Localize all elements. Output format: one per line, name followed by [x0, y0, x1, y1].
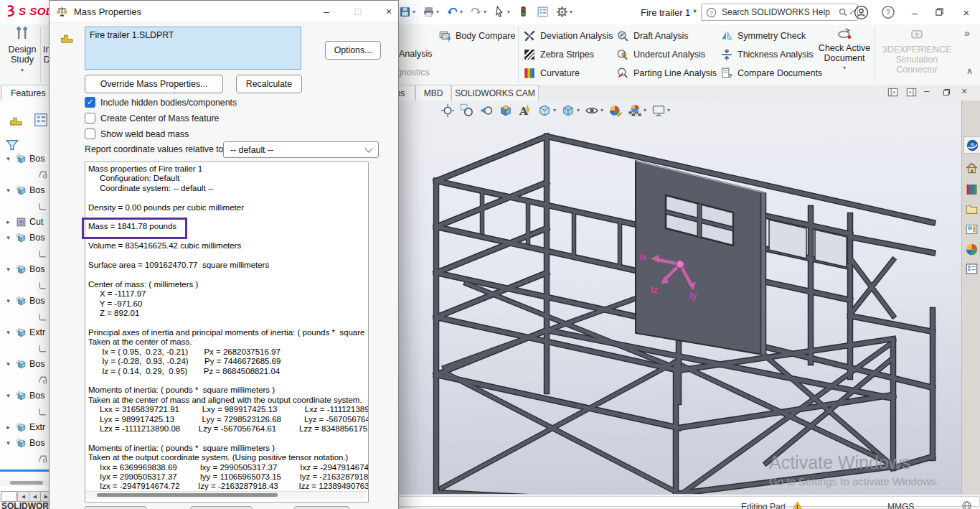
ribbon-overflow-button[interactable]: »: [964, 27, 970, 39]
doc-minimize-button[interactable]: –: [924, 85, 929, 96]
zoom-fit-button[interactable]: [440, 103, 455, 118]
previous-view-button[interactable]: [479, 103, 494, 118]
ribbon-button-undercut-analysis[interactable]: Undercut Analysis: [614, 47, 707, 62]
options-button[interactable]: Options...: [325, 41, 381, 60]
rebuild-icon[interactable]: [517, 6, 529, 18]
zoom-area-button[interactable]: [460, 103, 474, 118]
pane-right-icon[interactable]: [906, 87, 917, 98]
ribbon-button-curvature[interactable]: Curvature: [521, 65, 582, 81]
view-orientation-icon[interactable]: [537, 103, 552, 118]
mass-properties-report[interactable]: Mass properties of Fire trailer 1 Config…: [85, 162, 369, 503]
tree-expand-arrow[interactable]: ▸: [4, 218, 13, 225]
tree-expand-arrow[interactable]: ▾: [4, 187, 13, 194]
zoom-fit-icon[interactable]: [440, 103, 455, 118]
window-minimize-button[interactable]: –: [904, 4, 925, 20]
options-gear-button[interactable]: ▾: [556, 6, 573, 18]
tree-expand-arrow[interactable]: ▸: [4, 424, 13, 431]
section-view-button[interactable]: [499, 103, 513, 118]
redo-caret[interactable]: ▾: [484, 9, 486, 15]
recalculate-button[interactable]: Recalculate: [236, 75, 302, 93]
ribbon-button-compare-documents[interactable]: ?Compare Documents: [718, 65, 824, 81]
section-view-icon[interactable]: [499, 103, 513, 118]
apply-scene-icon[interactable]: [628, 103, 642, 118]
save-button[interactable]: ▾: [399, 6, 415, 18]
display-style-caret[interactable]: ▾: [577, 108, 580, 113]
partial-geometry-analysis-label[interactable]: Analysis: [399, 49, 433, 59]
dialog-titlebar[interactable]: Mass Properties: [50, 1, 398, 23]
dialog-close-button[interactable]: ×: [380, 2, 398, 21]
zoom-area-icon[interactable]: [460, 103, 474, 118]
checkbox-unchecked-icon[interactable]: [85, 113, 95, 123]
doc-restore-button[interactable]: [942, 88, 951, 97]
file-properties-button[interactable]: [537, 6, 549, 18]
tree-scroll-box[interactable]: [1, 491, 17, 502]
tree-expand-arrow[interactable]: ▾: [4, 329, 13, 336]
apply-scene-caret[interactable]: ▾: [644, 108, 646, 113]
rebuild-button[interactable]: [517, 6, 529, 18]
ribbon-button-draft-analysis[interactable]: Draft Analysis: [614, 28, 690, 44]
undo-button[interactable]: ▾: [446, 6, 463, 18]
status-units[interactable]: MMGS: [887, 502, 914, 509]
select-cursor-caret[interactable]: ▾: [507, 9, 510, 15]
tree-expand-arrow[interactable]: ▾: [4, 155, 13, 162]
tree-expand-arrow[interactable]: ▾: [4, 234, 13, 241]
pane-left-icon[interactable]: [887, 87, 898, 98]
save-icon[interactable]: [399, 6, 411, 18]
hide-show-button[interactable]: ▾: [585, 103, 603, 118]
hide-show-icon[interactable]: [585, 103, 599, 118]
dialog-bottom-button[interactable]: [293, 506, 350, 509]
options-gear-icon[interactable]: [556, 6, 568, 18]
ribbon-button-parting-line-analysis[interactable]: Parting Line Analysis: [614, 65, 719, 81]
dialog-minimize-button[interactable]: –: [317, 2, 336, 21]
print-caret[interactable]: ▾: [436, 9, 439, 15]
annotations-button[interactable]: A: [518, 103, 532, 118]
search-icon[interactable]: [838, 7, 848, 17]
edit-appearance-button[interactable]: [608, 103, 623, 118]
tab-solidworks-cam[interactable]: SOLIDWORKS CAM: [451, 85, 539, 101]
tree-expand-arrow[interactable]: ▾: [4, 439, 13, 447]
dialog-bottom-button[interactable]: [84, 506, 147, 509]
appearances-tab[interactable]: [963, 241, 979, 257]
view-palette-tab[interactable]: [963, 221, 979, 237]
propertymanager-tab-icon[interactable]: [33, 112, 49, 128]
edit-appearance-icon[interactable]: [608, 103, 623, 118]
display-style-icon[interactable]: [561, 103, 575, 118]
annotations-icon[interactable]: A: [518, 103, 532, 118]
coordinate-system-dropdown[interactable]: -- default --: [223, 141, 379, 158]
scroll-first-button[interactable]: ◀: [17, 491, 29, 502]
tree-filter-icon[interactable]: [5, 138, 19, 152]
select-cursor-button[interactable]: ▾: [494, 6, 510, 18]
model-canvas[interactable]: Ix Iz Iy: [398, 123, 965, 494]
options-gear-caret[interactable]: ▾: [570, 9, 573, 15]
check-active-caret[interactable]: ▾: [815, 65, 874, 71]
previous-view-icon[interactable]: [479, 103, 494, 118]
ribbon-button-symmetry-check[interactable]: Symmetry Check: [718, 28, 808, 44]
view-orientation-button[interactable]: ▾: [537, 103, 556, 118]
tree-expand-arrow[interactable]: ▾: [4, 297, 13, 304]
ribbon-button-thickness-analysis[interactable]: Thickness Analysis: [718, 47, 816, 62]
help-search-box[interactable]: ?: [701, 4, 858, 21]
doc-close-button[interactable]: ×: [961, 85, 967, 97]
check-active-document-button[interactable]: Check ActiveDocument ▾: [815, 26, 874, 71]
view-settings-button[interactable]: ▾: [651, 103, 670, 118]
ribbon-collapse-button[interactable]: ∧: [966, 66, 973, 76]
dialog-bottom-button[interactable]: [190, 506, 253, 509]
mass-properties-dialog[interactable]: Mass Properties – □ × Fire trailer 1.SLD…: [49, 0, 399, 509]
featuremanager-tab-icon[interactable]: [9, 112, 24, 128]
redo-button[interactable]: ▾: [470, 6, 486, 18]
checkbox-checked-icon[interactable]: ✓: [85, 97, 95, 108]
file-explorer-tab[interactable]: [963, 201, 979, 217]
home-tab[interactable]: [963, 159, 979, 175]
status-warning-icon[interactable]: !: [792, 500, 803, 509]
design-study-caret[interactable]: ▾: [6, 67, 39, 73]
ribbon-button-body-compare[interactable]: ? Body Compare: [436, 28, 517, 44]
scroll-left-button[interactable]: ◀: [29, 491, 41, 502]
file-properties-icon[interactable]: [537, 6, 549, 18]
custom-properties-tab[interactable]: [963, 261, 979, 276]
print-icon[interactable]: [423, 6, 435, 18]
user-account-icon[interactable]: [854, 5, 869, 20]
override-mass-properties-button[interactable]: Override Mass Properties...: [85, 75, 223, 93]
tree-expand-arrow[interactable]: ▾: [4, 392, 13, 399]
redo-icon[interactable]: [470, 6, 482, 18]
select-cursor-icon[interactable]: [494, 6, 506, 18]
